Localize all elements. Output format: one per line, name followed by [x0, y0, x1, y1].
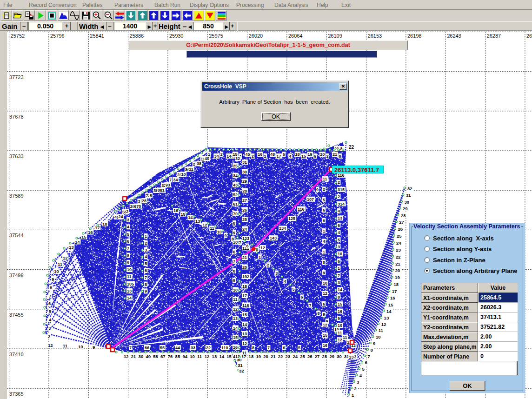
svg-text:18: 18 — [393, 282, 399, 287]
svg-text:37589: 37589 — [9, 193, 24, 199]
svg-text:14: 14 — [233, 326, 238, 331]
svg-text:5: 5 — [150, 193, 152, 198]
svg-text:7: 7 — [169, 178, 172, 182]
svg-text:9: 9 — [233, 231, 235, 235]
svg-text:26113.0,37611.7: 26113.0,37611.7 — [334, 166, 379, 173]
svg-text:110: 110 — [221, 346, 228, 350]
svg-text:16: 16 — [173, 208, 178, 213]
svg-text:3: 3 — [338, 280, 340, 285]
svg-text:4: 4 — [49, 317, 52, 322]
svg-text:13: 13 — [127, 289, 132, 293]
svg-text:28: 28 — [401, 213, 406, 218]
svg-text:22: 22 — [206, 346, 211, 350]
svg-text:4: 4 — [323, 239, 325, 244]
svg-text:24: 24 — [293, 354, 298, 359]
svg-text:15: 15 — [226, 354, 232, 359]
svg-text:12: 12 — [323, 291, 327, 296]
svg-text:22: 22 — [349, 145, 354, 150]
svg-text:28: 28 — [322, 354, 327, 359]
svg-text:125: 125 — [288, 216, 295, 221]
svg-text:3: 3 — [145, 248, 147, 253]
svg-text:9: 9 — [338, 316, 340, 321]
svg-text:5: 5 — [145, 261, 147, 266]
svg-text:18: 18 — [249, 354, 254, 359]
svg-text:4: 4 — [145, 254, 147, 259]
svg-text:30: 30 — [337, 354, 342, 359]
svg-text:13: 13 — [384, 315, 389, 320]
svg-text:15: 15 — [233, 335, 238, 340]
svg-text:70: 70 — [233, 212, 238, 216]
svg-text:6: 6 — [246, 244, 248, 248]
svg-text:19: 19 — [307, 152, 312, 157]
svg-text:26: 26 — [398, 226, 403, 232]
svg-text:13: 13 — [233, 316, 238, 321]
svg-text:13: 13 — [242, 332, 247, 336]
svg-text:2: 2 — [48, 334, 50, 339]
svg-text:5: 5 — [127, 232, 129, 237]
svg-text:61: 61 — [233, 202, 238, 206]
svg-text:10: 10 — [338, 323, 342, 328]
svg-text:25886: 25886 — [130, 33, 144, 39]
svg-text:12: 12 — [63, 255, 68, 260]
svg-text:6: 6 — [338, 223, 340, 228]
svg-text:9: 9 — [323, 312, 325, 317]
svg-text:49: 49 — [146, 354, 151, 359]
svg-text:10: 10 — [190, 354, 195, 359]
svg-text:14: 14 — [338, 287, 342, 292]
svg-text:37499: 37499 — [9, 273, 24, 278]
svg-text:26020: 26020 — [249, 33, 263, 39]
svg-text:5: 5 — [323, 198, 325, 202]
svg-text:40: 40 — [205, 156, 209, 161]
svg-text:76: 76 — [168, 354, 173, 359]
svg-text:93: 93 — [166, 183, 170, 187]
svg-text:7: 7 — [267, 346, 270, 350]
svg-text:25: 25 — [397, 233, 402, 239]
svg-text:12: 12 — [242, 341, 247, 346]
svg-text:34: 34 — [233, 173, 238, 178]
svg-text:9: 9 — [225, 233, 227, 238]
svg-text:30: 30 — [139, 354, 144, 359]
svg-text:52: 52 — [233, 193, 238, 197]
svg-text:10: 10 — [54, 269, 59, 274]
svg-text:32: 32 — [407, 186, 412, 191]
svg-text:8: 8 — [339, 154, 341, 159]
svg-text:1: 1 — [338, 266, 340, 271]
svg-text:45: 45 — [245, 152, 250, 157]
svg-text:38: 38 — [197, 161, 201, 166]
svg-text:8: 8 — [323, 219, 325, 223]
svg-text:2: 2 — [193, 162, 195, 166]
svg-text:31: 31 — [238, 363, 243, 368]
svg-text:22: 22 — [278, 354, 283, 359]
svg-text:11: 11 — [63, 343, 68, 348]
svg-text:13: 13 — [69, 245, 74, 250]
svg-text:11: 11 — [343, 335, 347, 340]
svg-text:34: 34 — [173, 178, 178, 182]
svg-text:20: 20 — [320, 152, 325, 157]
svg-text:21: 21 — [242, 255, 247, 260]
svg-text:30: 30 — [405, 200, 410, 205]
svg-text:23: 23 — [396, 247, 401, 253]
svg-text:16: 16 — [390, 295, 395, 300]
svg-text:670: 670 — [134, 204, 141, 209]
svg-text:10: 10 — [78, 344, 83, 349]
svg-text:8: 8 — [233, 269, 235, 273]
svg-text:12: 12 — [323, 323, 327, 327]
svg-text:19: 19 — [256, 354, 261, 359]
svg-text:14: 14 — [127, 296, 132, 300]
svg-text:6: 6 — [323, 302, 325, 306]
svg-text:16: 16 — [258, 152, 262, 157]
svg-text:14: 14 — [219, 354, 224, 359]
svg-text:19: 19 — [395, 275, 400, 280]
svg-text:18: 18 — [242, 284, 247, 289]
svg-text:1: 1 — [323, 250, 325, 254]
svg-text:9: 9 — [145, 289, 147, 293]
svg-text:2: 2 — [338, 194, 340, 199]
svg-text:25930: 25930 — [169, 33, 184, 39]
svg-text:315: 315 — [338, 187, 345, 192]
svg-text:32: 32 — [239, 368, 244, 373]
svg-text:20: 20 — [395, 268, 400, 273]
svg-text:5: 5 — [298, 346, 300, 350]
svg-text:11: 11 — [233, 297, 238, 302]
svg-text:4: 4 — [338, 230, 340, 235]
svg-text:6: 6 — [233, 250, 235, 254]
